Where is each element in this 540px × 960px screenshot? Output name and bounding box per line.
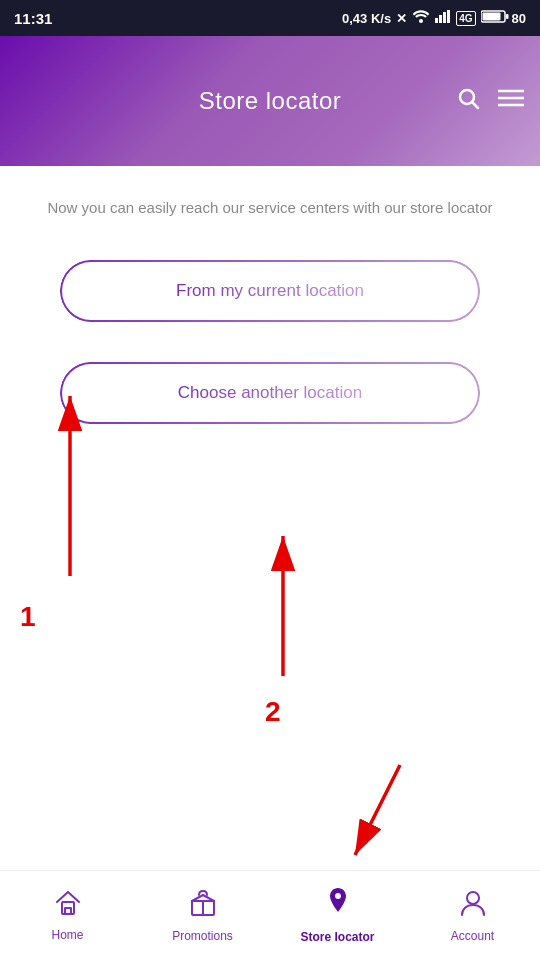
- menu-icon[interactable]: [498, 88, 524, 114]
- choose-location-button[interactable]: Choose another location: [60, 362, 480, 424]
- network-icon: [435, 10, 451, 26]
- signal-text: 0,43 K/s: [342, 11, 391, 26]
- search-icon[interactable]: [456, 86, 480, 116]
- svg-point-26: [467, 892, 479, 904]
- svg-rect-1: [435, 18, 438, 23]
- home-icon: [54, 890, 82, 923]
- battery-level: 80: [512, 11, 526, 26]
- nav-item-home[interactable]: Home: [0, 890, 135, 942]
- arrow3-overlay: [0, 755, 540, 875]
- current-location-label: From my current location: [176, 281, 364, 300]
- nav-item-account[interactable]: Account: [405, 889, 540, 943]
- status-right: 0,43 K/s ✕ 4G 80: [342, 10, 526, 26]
- svg-line-9: [473, 103, 479, 109]
- home-label: Home: [51, 928, 83, 942]
- battery-icon: [481, 10, 509, 26]
- main-content: Now you can easily reach our service cen…: [0, 166, 540, 474]
- svg-rect-6: [506, 14, 509, 19]
- svg-text:1: 1: [20, 601, 36, 632]
- bottom-nav: Home Promotions Store locator Ac: [0, 870, 540, 960]
- account-label: Account: [451, 929, 494, 943]
- status-time: 11:31: [14, 10, 52, 27]
- nav-item-store-locator[interactable]: Store locator: [270, 888, 405, 944]
- account-icon: [460, 889, 486, 924]
- nav-item-promotions[interactable]: Promotions: [135, 889, 270, 943]
- svg-rect-2: [439, 15, 442, 23]
- svg-rect-23: [65, 908, 71, 914]
- status-bar: 11:31 0,43 K/s ✕ 4G: [0, 0, 540, 36]
- header-actions: [456, 86, 524, 116]
- 4g-lte-icon: 4G: [456, 11, 475, 26]
- svg-text:2: 2: [265, 696, 281, 727]
- store-locator-label: Store locator: [300, 930, 374, 944]
- page-title: Store locator: [199, 87, 342, 115]
- current-location-button[interactable]: From my current location: [60, 260, 480, 322]
- description-text: Now you can easily reach our service cen…: [47, 196, 492, 220]
- store-locator-icon: [326, 888, 350, 925]
- svg-rect-7: [482, 13, 500, 21]
- svg-rect-3: [443, 12, 446, 23]
- choose-location-label: Choose another location: [178, 383, 362, 402]
- promotions-label: Promotions: [172, 929, 233, 943]
- svg-rect-4: [447, 10, 450, 23]
- svg-point-0: [419, 19, 423, 23]
- svg-line-21: [355, 765, 400, 855]
- signal-icon: ✕: [396, 11, 407, 26]
- wifi-icon: [412, 10, 430, 26]
- header: Store locator: [0, 36, 540, 166]
- promotions-icon: [189, 889, 217, 924]
